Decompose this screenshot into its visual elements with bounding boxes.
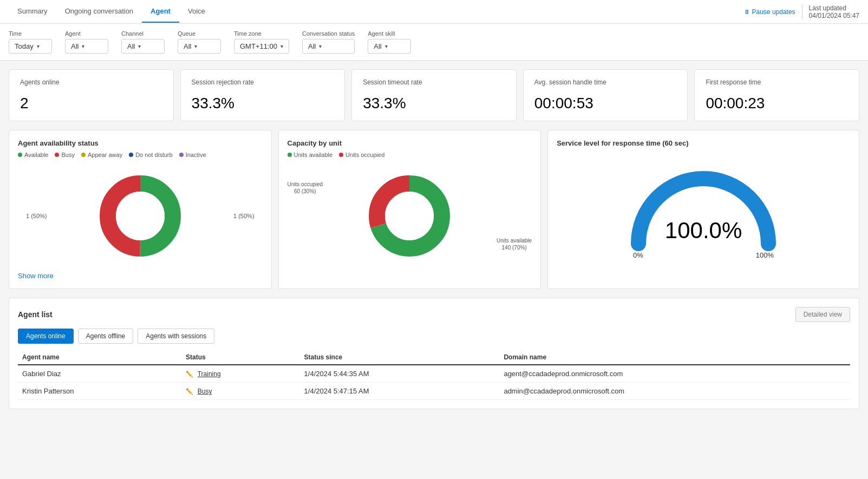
- availability-donut-svg: [97, 173, 184, 259]
- agent-status-cell: ✏️ Busy: [181, 383, 299, 400]
- availability-chart-card: Agent availability status Available Busy…: [9, 130, 272, 289]
- filter-agent-select[interactable]: All ▾: [65, 39, 108, 54]
- filter-channel: Channel All ▾: [121, 30, 165, 54]
- legend-units-occupied: Units occupied: [339, 152, 384, 158]
- svg-point-5: [385, 192, 434, 240]
- table-row: Kristin Patterson ✏️ Busy 1/4/2024 5:47:…: [18, 383, 850, 400]
- tab-agents-online[interactable]: Agents online: [18, 329, 74, 344]
- legend-do-not-disturb: Do not disturb: [129, 152, 172, 158]
- chevron-down-icon: ▾: [37, 43, 40, 49]
- last-updated-info: Last updated 04/01/2024 05:47: [802, 4, 859, 19]
- filter-queue-select[interactable]: All ▾: [178, 39, 221, 54]
- svg-point-2: [116, 192, 165, 240]
- agent-list-tabs: Agents online Agents offline Agents with…: [18, 329, 850, 344]
- tab-ongoing-conversation[interactable]: Ongoing conversation: [56, 1, 142, 23]
- tab-voice[interactable]: Voice: [179, 1, 214, 23]
- metric-agents-online: Agents online 2: [9, 69, 174, 121]
- agent-list-section: Agent list Detailed view Agents online A…: [9, 298, 859, 409]
- charts-row: Agent availability status Available Busy…: [9, 130, 859, 289]
- status-tag[interactable]: Busy: [198, 388, 212, 395]
- avail-label-left: 1 (50%): [26, 213, 47, 219]
- pause-updates-button[interactable]: ⏸ Pause updates: [743, 8, 795, 16]
- top-navigation: Summary Ongoing conversation Agent Voice…: [0, 0, 868, 24]
- filters-bar: Time Today ▾ Agent All ▾ Channel All ▾ Q…: [0, 24, 868, 61]
- metrics-row: Agents online 2 Session rejection rate 3…: [9, 69, 859, 121]
- filter-agent: Agent All ▾: [65, 30, 108, 54]
- capacity-donut-container: Units occupied60 (30%) Units available14…: [288, 165, 532, 267]
- appear-away-dot: [81, 153, 86, 157]
- availability-legend: Available Busy Appear away Do not distur…: [18, 152, 263, 158]
- filter-conv-status-select[interactable]: All ▾: [302, 39, 355, 54]
- agent-table: Agent name Status Status since Domain na…: [18, 350, 850, 400]
- legend-inactive: Inactive: [179, 152, 206, 158]
- edit-icon[interactable]: ✏️: [186, 371, 193, 377]
- agent-domain-cell: admin@ccadadeprod.onmicrosoft.com: [499, 383, 850, 400]
- gauge-label-0: 0%: [633, 251, 643, 259]
- filter-queue: Queue All ▾: [178, 30, 221, 54]
- filter-channel-select[interactable]: All ▾: [121, 39, 165, 54]
- units-occupied-dot: [339, 153, 343, 157]
- filter-conv-status: Conversation status All ▾: [302, 30, 355, 54]
- capacity-legend: Units available Units occupied: [288, 152, 532, 158]
- agent-since-cell: 1/4/2024 5:47:15 AM: [300, 383, 500, 400]
- chevron-down-icon: ▾: [82, 43, 84, 49]
- capacity-donut-svg: [366, 173, 453, 259]
- show-more-link[interactable]: Show more: [18, 272, 54, 280]
- col-status: Status: [181, 350, 299, 365]
- col-status-since: Status since: [300, 350, 500, 365]
- cap-label-occupied: Units occupied60 (30%): [288, 181, 323, 195]
- gauge-svg-wrap: 100.0%: [628, 168, 779, 249]
- service-level-chart-card: Service level for response time (60 sec)…: [547, 130, 859, 289]
- col-domain-name: Domain name: [499, 350, 850, 365]
- agent-name-cell: Kristin Patterson: [18, 383, 181, 400]
- agent-since-cell: 1/4/2024 5:44:35 AM: [300, 365, 500, 383]
- legend-appear-away: Appear away: [81, 152, 122, 158]
- detailed-view-button[interactable]: Detailed view: [795, 307, 850, 322]
- tab-summary[interactable]: Summary: [9, 1, 56, 23]
- pause-icon: ⏸: [743, 8, 750, 16]
- filter-agent-skill-select[interactable]: All ▾: [368, 39, 411, 54]
- legend-available: Available: [18, 152, 48, 158]
- availability-donut-container: 1 (50%) 1 (50%): [18, 165, 263, 267]
- avail-label-right: 1 (50%): [233, 213, 254, 219]
- gauge-value: 100.0%: [665, 218, 742, 244]
- tab-agents-offline[interactable]: Agents offline: [78, 329, 134, 344]
- chevron-down-icon: ▾: [385, 43, 388, 49]
- legend-units-available: Units available: [288, 152, 333, 158]
- available-dot: [18, 153, 22, 157]
- col-agent-name: Agent name: [18, 350, 181, 365]
- agent-status-cell: ✏️ Training: [181, 365, 299, 383]
- agent-list-header: Agent list Detailed view: [18, 307, 850, 322]
- chevron-down-icon: ▾: [280, 43, 283, 49]
- dnd-dot: [129, 153, 133, 157]
- tab-agents-with-sessions[interactable]: Agents with sessions: [138, 329, 214, 344]
- legend-busy: Busy: [55, 152, 74, 158]
- filter-time-select[interactable]: Today ▾: [9, 39, 52, 54]
- main-content: Agents online 2 Session rejection rate 3…: [0, 61, 868, 418]
- filter-time: Time Today ▾: [9, 30, 52, 54]
- agent-domain-cell: agent@ccadadeprod.onmicrosoft.com: [499, 365, 850, 383]
- metric-first-response: First response time 00:00:23: [694, 69, 859, 121]
- table-row: Gabriel Diaz ✏️ Training 1/4/2024 5:44:3…: [18, 365, 850, 383]
- agent-list-title: Agent list: [18, 310, 53, 319]
- capacity-chart-card: Capacity by unit Units available Units o…: [278, 130, 541, 289]
- metric-session-timeout: Session timeout rate 33.3%: [351, 69, 517, 121]
- gauge-label-100: 100%: [756, 251, 774, 259]
- agent-name-cell: Gabriel Diaz: [18, 365, 181, 383]
- units-available-dot: [288, 153, 292, 157]
- chevron-down-icon: ▾: [138, 43, 141, 49]
- filter-timezone-select[interactable]: GMT+11:00 ▾: [234, 39, 289, 54]
- inactive-dot: [179, 153, 184, 157]
- status-tag[interactable]: Training: [198, 370, 221, 378]
- gauge-labels: 0% 100%: [633, 251, 774, 259]
- chevron-down-icon: ▾: [319, 43, 322, 49]
- nav-tabs: Summary Ongoing conversation Agent Voice: [9, 1, 214, 23]
- cap-label-available: Units available140 (70%): [497, 237, 532, 251]
- filter-timezone: Time zone GMT+11:00 ▾: [234, 30, 289, 54]
- edit-icon[interactable]: ✏️: [186, 388, 193, 395]
- metric-avg-handle-time: Avg. session handle time 00:00:53: [523, 69, 688, 121]
- top-right-controls: ⏸ Pause updates Last updated 04/01/2024 …: [743, 4, 859, 19]
- tab-agent[interactable]: Agent: [142, 1, 179, 23]
- agent-table-body: Gabriel Diaz ✏️ Training 1/4/2024 5:44:3…: [18, 365, 850, 400]
- busy-dot: [55, 153, 59, 157]
